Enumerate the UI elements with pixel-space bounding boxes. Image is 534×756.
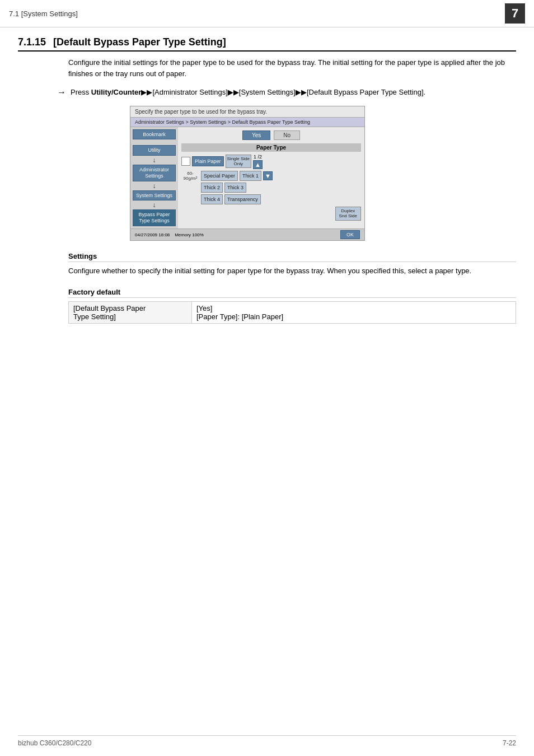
ss-weight-label: 60-90g/m² bbox=[181, 171, 199, 181]
ss-sidebar-bypass[interactable]: Bypass Paper Type Settings bbox=[133, 209, 176, 226]
ss-yes-button[interactable]: Yes bbox=[242, 130, 270, 140]
ss-thick1-btn[interactable]: Thick 1 bbox=[240, 171, 261, 181]
ss-bottom-row: DuplexSnd Side bbox=[181, 207, 361, 221]
ss-thick2-btn[interactable]: Thick 2 bbox=[201, 183, 223, 193]
ss-breadcrumb: Administrator Settings > System Settings… bbox=[130, 118, 364, 127]
chapter-number: 7 bbox=[505, 3, 525, 24]
factory-default-key: [Default Bypass PaperType Setting] bbox=[69, 301, 192, 323]
header-section-label: 7.1 [System Settings] bbox=[9, 10, 78, 18]
ss-main: Yes No Paper Type Plain Paper Single Sid… bbox=[178, 127, 364, 229]
ss-sidebar-bookmark[interactable]: Bookmark bbox=[133, 129, 176, 140]
ss-special-paper-btn[interactable]: Special Paper bbox=[201, 171, 238, 181]
main-content: 7.1.15 [Default Bypass Paper Type Settin… bbox=[0, 27, 534, 342]
factory-default-title: Factory default bbox=[68, 288, 516, 298]
ss-footer-memory: Memory 100% bbox=[175, 232, 204, 237]
ss-body: Bookmark Utility ↓ Administrator Setting… bbox=[130, 127, 364, 229]
ss-sidebar-admin[interactable]: Administrator Settings bbox=[133, 165, 176, 181]
ss-top-bar: Specify the paper type to be used for th… bbox=[130, 106, 364, 118]
factory-default-table: [Default Bypass PaperType Setting] [Yes]… bbox=[68, 301, 516, 324]
ss-thick3-btn[interactable]: Thick 3 bbox=[224, 183, 246, 193]
ss-footer: 04/27/2009 18:08 Memory 100% OK bbox=[130, 228, 364, 240]
ss-checkbox[interactable] bbox=[181, 157, 190, 166]
screenshot: Specify the paper type to be used for th… bbox=[130, 106, 365, 241]
ss-down-btn[interactable]: ▼ bbox=[263, 171, 273, 180]
ss-sidebar-arrow2: ↓ bbox=[133, 183, 176, 189]
arrow-instruction: → Press Utility/Counter▶▶[Administrator … bbox=[57, 87, 516, 98]
ss-up-btn[interactable]: ▲ bbox=[253, 160, 263, 169]
footer-product-name: bizhub C360/C280/C220 bbox=[18, 739, 91, 747]
section-title: 7.1.15 [Default Bypass Paper Type Settin… bbox=[18, 36, 516, 52]
footer-page-number: 7-22 bbox=[503, 739, 516, 747]
ss-plain-paper-btn[interactable]: Plain Paper bbox=[192, 156, 224, 166]
ss-page-num: 1 /2 bbox=[254, 154, 262, 160]
ss-sidebar-system[interactable]: System Settings bbox=[133, 190, 176, 201]
instruction-text: Press Utility/Counter▶▶[Administrator Se… bbox=[71, 87, 425, 98]
section-description: Configure the initial settings for the p… bbox=[68, 57, 516, 79]
ss-footer-date: 04/27/2009 18:08 bbox=[135, 232, 170, 237]
header-bar: 7.1 [System Settings] 7 bbox=[0, 0, 534, 27]
table-row: [Default Bypass PaperType Setting] [Yes]… bbox=[69, 301, 516, 323]
ss-sidebar-arrow1: ↓ bbox=[133, 157, 176, 164]
factory-default-value: [Yes][Paper Type]: [Plain Paper] bbox=[192, 301, 516, 323]
page-footer: bizhub C360/C280/C220 7-22 bbox=[18, 735, 516, 747]
ss-paper-type-label: Paper Type bbox=[181, 143, 361, 152]
ss-sidebar-utility[interactable]: Utility bbox=[133, 145, 176, 156]
ss-footer-date-memory: 04/27/2009 18:08 Memory 100% bbox=[135, 232, 204, 237]
ss-yes-no-row: Yes No bbox=[181, 130, 361, 140]
arrow-icon: → bbox=[57, 87, 66, 97]
settings-subsection-content: Configure whether to specify the initial… bbox=[68, 265, 516, 277]
ss-duplex-btn[interactable]: DuplexSnd Side bbox=[335, 207, 361, 221]
ss-no-button[interactable]: No bbox=[274, 130, 300, 140]
utility-counter-bold: Utility/Counter bbox=[91, 88, 142, 96]
ss-transparency-btn[interactable]: Transparency bbox=[224, 194, 261, 204]
section-title-text: [Default Bypass Paper Type Setting] bbox=[53, 36, 226, 48]
factory-default-section: Factory default [Default Bypass PaperTyp… bbox=[68, 288, 516, 324]
section-number: 7.1.15 bbox=[18, 36, 46, 48]
ss-sidebar-arrow3: ↓ bbox=[133, 202, 176, 208]
ss-single-side-btn[interactable]: Single SideOnly bbox=[226, 155, 251, 168]
ss-sidebar: Bookmark Utility ↓ Administrator Setting… bbox=[130, 127, 178, 229]
ss-ok-button[interactable]: OK bbox=[340, 230, 360, 239]
settings-subsection-title: Settings bbox=[68, 252, 516, 262]
ss-thick4-btn[interactable]: Thick 4 bbox=[201, 194, 223, 204]
